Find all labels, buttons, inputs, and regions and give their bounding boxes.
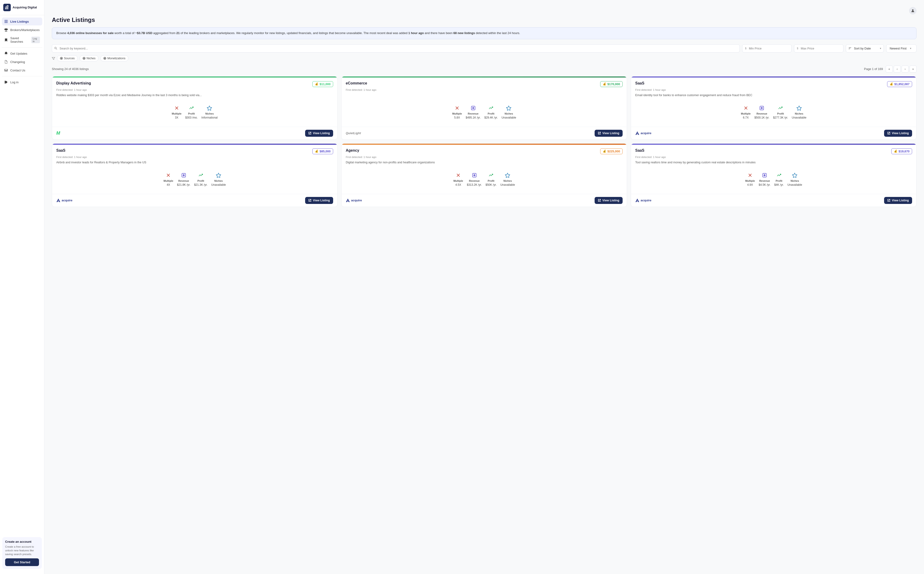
svg-point-7 [55,47,56,49]
svg-rect-4 [5,21,8,22]
card-header: eCommerce 💰 $170,000 [346,81,622,87]
stat-item-multiple: Multiple 4X [163,172,173,186]
view-listing-button[interactable]: View Listing [884,130,912,137]
price-icon: 💰 [890,82,893,86]
price-icon: 💰 [315,150,318,153]
stat-value: $21.8K /yr. [177,183,190,186]
stat-value: 4.9X [747,183,753,186]
stat-item-niches: Niches Unavailable [791,105,806,119]
search-input[interactable] [52,44,740,52]
stat-value: $303 /mo. [185,116,197,119]
price-icon: 💰 [603,82,606,86]
view-listing-button[interactable]: View Listing [884,197,912,204]
dollar-icon-max: $ [796,47,799,50]
stat-label: Profit [488,180,494,182]
user-icon [911,9,915,13]
stat-item-niches: Niches Unavailable [787,172,802,186]
sidebar-item-contact-us[interactable]: Contact Us [2,66,42,74]
logo-icon [3,4,11,11]
svg-rect-3 [5,20,8,20]
card-detected: First detected: 1 hour ago [635,88,912,91]
card-type: Agency [346,148,359,153]
stat-item-profit: Profit $303 /mo. [185,105,197,119]
listing-desc-bold: online businesses for sale [76,31,114,35]
filter-tag-niches[interactable]: Niches [80,55,98,62]
stat-icon-multiple [454,105,460,111]
min-price-input[interactable] [747,44,790,52]
stat-label: Profit [197,180,204,182]
broker-logo: M [56,131,60,136]
broker-logo: acquire [635,131,651,136]
card-desc: Digital marketing agency for non-profits… [346,160,622,169]
stat-value: $277.3K /yr. [773,116,788,119]
external-link-icon [308,132,311,135]
prev-page-button[interactable]: ‹ [894,66,901,73]
broker-count-bold: 21 [176,31,180,35]
sidebar-item-brokers[interactable]: Brokers/Marketplaces [2,26,42,34]
file-icon [4,60,8,64]
order-select[interactable]: Newest First Oldest First [889,44,908,52]
filter-tags-bar: Sources Niches Monetizations [52,55,916,62]
next-page-button[interactable]: › [902,66,908,73]
card-type: SaaS [635,148,644,153]
card-body: SaaS 💰 $1,852,087 First detected: 1 hour… [631,77,916,127]
svg-rect-1 [6,6,7,9]
stat-value: Informational [201,116,218,119]
view-listing-button[interactable]: View Listing [305,197,333,204]
order-select-wrap: Newest First Oldest First ▾ [886,44,916,52]
stat-label: Revenue [757,112,767,115]
niches-circle-icon [83,57,85,60]
stat-icon-niches [796,105,802,111]
card-header: SaaS 💰 $1,852,087 [635,81,912,87]
login-badge[interactable]: Log in [31,36,40,43]
max-price-input[interactable] [799,44,841,52]
card-desc: Tool saving realtors time and money by g… [635,160,912,169]
sidebar-item-login[interactable]: Log in [2,78,42,86]
view-listing-button[interactable]: View Listing [595,197,622,204]
card-body: SaaS 💰 $85,000 First detected: 1 hour ag… [52,145,337,194]
broker-logo: acquire [56,198,73,203]
stat-label: Multiple [452,112,462,115]
sidebar-item-saved-searches[interactable]: Saved Searches Log in [2,34,42,46]
min-price-wrap: $ [742,44,791,52]
stat-value: Unavailable [500,183,515,186]
external-link-icon [887,132,890,135]
stat-value: $495.1K /yr. [466,116,481,119]
filter-tag-sources[interactable]: Sources [57,55,78,62]
stat-item-multiple: Multiple 3X [172,105,182,119]
sort-by-wrap: Sort by Date Sort by Price Sort by Reven… [846,44,884,52]
user-avatar[interactable] [909,7,916,14]
app-name: Acquiring Digital [13,6,37,9]
get-started-button[interactable]: Get Started [5,558,39,566]
stat-icon-multiple [747,172,753,178]
stat-item-profit: Profit $21.3K /yr. [194,172,207,186]
stat-label: Niches [214,180,223,182]
stat-icon-niches [791,172,798,178]
stat-icon-multiple [174,105,180,111]
card-footer: M View Listing [52,127,337,140]
card-desc: Email identity tool for banks to enhance… [635,93,912,101]
view-listing-button[interactable]: View Listing [595,130,622,137]
external-link-icon [598,199,601,202]
svg-line-47 [889,199,890,201]
sort-icon [848,47,851,50]
sidebar-item-live-listings[interactable]: Live Listings [2,17,42,25]
sidebar-item-get-updates[interactable]: Get Updates [2,49,42,57]
last-page-button[interactable]: » [910,66,916,73]
stat-label: Profit [188,112,195,115]
stat-value: $50K /yr. [486,183,496,186]
broker-logo-acquire: acquire [346,198,362,203]
listing-card-3: SaaS 💰 $1,852,087 First detected: 1 hour… [631,76,916,140]
sort-select[interactable]: Sort by Date Sort by Price Sort by Reven… [853,44,878,52]
view-listing-button[interactable]: View Listing [305,130,333,137]
card-detected: First detected: 1 hour ago [56,156,333,158]
first-page-button[interactable]: « [886,66,893,73]
stat-label: Revenue [178,180,189,182]
stat-icon-multiple [742,105,749,111]
svg-line-8 [56,49,57,50]
stat-item-profit: Profit $277.3K /yr. [773,105,788,119]
page-title: Active Listings [52,16,916,24]
card-header: Display Advertising 💰 $11,000 [56,81,333,87]
sidebar-item-changelog[interactable]: Changelog [2,58,42,66]
filter-tag-monetizations[interactable]: Monetizations [100,55,128,62]
